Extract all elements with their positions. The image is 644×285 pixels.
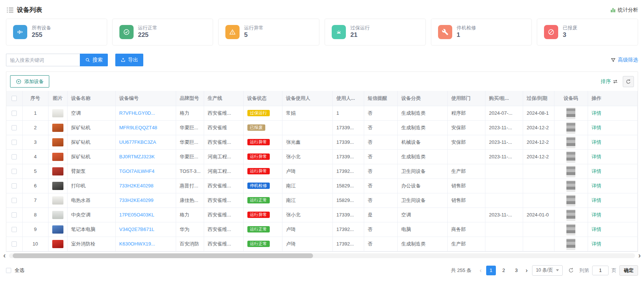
production-line: 西安雀维	[204, 120, 243, 135]
add-device-button[interactable]: 添加设备	[10, 75, 49, 88]
search-input[interactable]	[6, 54, 80, 66]
scrollbar-track[interactable]	[9, 253, 635, 258]
card-scrapped[interactable]: 已报废 3	[537, 19, 638, 45]
purchase-date	[485, 222, 523, 237]
sort-button[interactable]: 排序	[601, 78, 618, 85]
device-image	[52, 153, 63, 161]
device-code-link[interactable]: R7VFHLGY0D...	[119, 110, 155, 116]
status-badge: 运行正常	[247, 226, 270, 233]
export-button[interactable]: 导出	[115, 54, 143, 66]
card-label: 已报废	[563, 25, 577, 31]
select-all-checkbox[interactable]	[6, 268, 11, 273]
horizontal-scrollbar: ‹ ›	[0, 253, 644, 260]
card-running-error[interactable]: 运行异常 5	[218, 19, 319, 45]
device-code-link[interactable]: K630OHWX19...	[119, 241, 155, 247]
device-image	[52, 225, 63, 234]
user-phone: 17339...	[332, 120, 364, 135]
sms-remind: 否	[364, 237, 397, 251]
row-checkbox[interactable]	[12, 241, 17, 247]
device-code-link[interactable]: 733H2KE40299	[119, 197, 154, 203]
row-checkbox[interactable]	[12, 183, 17, 189]
page-size-select[interactable]: 10 条/页	[532, 265, 563, 276]
detail-link[interactable]: 详情	[592, 154, 601, 159]
device-qrcode-image	[566, 224, 575, 235]
prev-page-chevron-icon[interactable]: ‹	[478, 267, 483, 274]
page-button[interactable]: 3	[512, 266, 521, 275]
device-category: 电脑	[397, 222, 447, 237]
device-qrcode-image	[566, 107, 575, 119]
col-actions: 操作	[588, 91, 638, 106]
status-badge: 已报废	[247, 124, 266, 131]
detail-link[interactable]: 详情	[592, 168, 601, 174]
use-department	[447, 149, 485, 164]
device-code-link[interactable]: UU677FKBC3ZA	[119, 139, 156, 145]
card-maintenance[interactable]: 停机检修 1	[431, 19, 532, 45]
advanced-filter-link[interactable]: 高级筛选	[610, 57, 638, 63]
device-code-link[interactable]: 17PE05O403KL	[119, 212, 154, 218]
device-code-link[interactable]: 733H2KE40298	[119, 183, 154, 189]
detail-link[interactable]: 详情	[592, 183, 601, 189]
row-checkbox[interactable]	[12, 111, 17, 116]
device-image	[52, 240, 63, 248]
device-name: 探矿钻机	[67, 120, 115, 135]
row-index: 3	[22, 135, 48, 149]
next-page-chevron-icon[interactable]: ›	[524, 267, 529, 274]
table-refresh-button[interactable]	[623, 76, 634, 87]
device-code-link[interactable]: BJ0RTMZJ323K	[119, 154, 155, 159]
device-code-link[interactable]: TGOI7AILWHF4	[119, 168, 154, 174]
row-checkbox[interactable]	[12, 154, 17, 159]
scroll-right-chevron-icon[interactable]: ›	[636, 251, 643, 259]
device-user: 卢琦	[282, 237, 332, 251]
device-image	[52, 109, 63, 117]
device-code-link[interactable]: MFR9LEQQZT48	[119, 125, 157, 130]
scrollbar-thumb[interactable]	[13, 253, 313, 258]
stat-cards: 所有设备 255 运行正常 225 运行异常 5	[6, 19, 638, 45]
card-warranty-expired[interactable]: 过保运行 21	[325, 19, 426, 45]
row-checkbox[interactable]	[12, 125, 17, 130]
search-button[interactable]: 搜索	[80, 54, 108, 66]
card-label: 运行异常	[244, 25, 263, 31]
use-department: 商务部	[447, 222, 485, 237]
title-wrap: 设备列表	[6, 6, 42, 14]
sort-label: 排序	[601, 78, 611, 85]
table-row: 6 打印机 733H2KE40298 惠普打... 西安雀维... 停机检修 南…	[6, 178, 638, 193]
card-value: 225	[138, 31, 157, 39]
purchase-date	[485, 164, 523, 178]
card-running-normal[interactable]: 运行正常 225	[112, 19, 213, 45]
row-checkbox[interactable]	[12, 198, 17, 203]
device-name: 探矿钻机	[67, 149, 115, 164]
device-user: 张光鑫	[282, 135, 332, 149]
confirm-button[interactable]: 确定	[619, 265, 638, 276]
detail-link[interactable]: 详情	[592, 241, 601, 247]
detail-link[interactable]: 详情	[592, 197, 601, 203]
stats-analysis-link[interactable]: 统计分析	[610, 7, 638, 13]
device-brand: 康佳热...	[176, 193, 204, 208]
row-checkbox[interactable]	[12, 227, 17, 232]
user-phone: 17392...	[332, 237, 364, 251]
page-button[interactable]: 1	[486, 266, 496, 275]
card-label: 过保运行	[350, 25, 370, 31]
funnel-icon	[610, 57, 616, 63]
select-all-group: 全选	[6, 267, 24, 274]
row-checkbox[interactable]	[12, 169, 17, 174]
expire-date: 2024-12-2	[523, 120, 554, 135]
select-all-header-checkbox[interactable]	[12, 96, 17, 101]
detail-link[interactable]: 详情	[592, 125, 601, 130]
row-checkbox[interactable]	[12, 140, 17, 145]
use-department: 生产部	[447, 237, 485, 251]
card-value: 255	[32, 31, 51, 39]
col-department: 使用部门	[447, 91, 485, 106]
scroll-left-chevron-icon[interactable]: ‹	[1, 251, 8, 259]
goto-page-input[interactable]	[592, 266, 609, 275]
equalizer-icon	[13, 25, 27, 39]
detail-link[interactable]: 详情	[592, 227, 601, 232]
detail-link[interactable]: 详情	[592, 110, 601, 116]
sms-remind: 否	[364, 149, 397, 164]
device-code-link[interactable]: V34Q2E7B671L	[119, 227, 154, 232]
card-all-devices[interactable]: 所有设备 255	[6, 19, 107, 45]
footer-refresh-button[interactable]	[568, 267, 574, 273]
detail-link[interactable]: 详情	[592, 212, 601, 218]
detail-link[interactable]: 详情	[592, 139, 601, 145]
page-button[interactable]: 2	[499, 266, 509, 275]
row-checkbox[interactable]	[12, 212, 17, 218]
